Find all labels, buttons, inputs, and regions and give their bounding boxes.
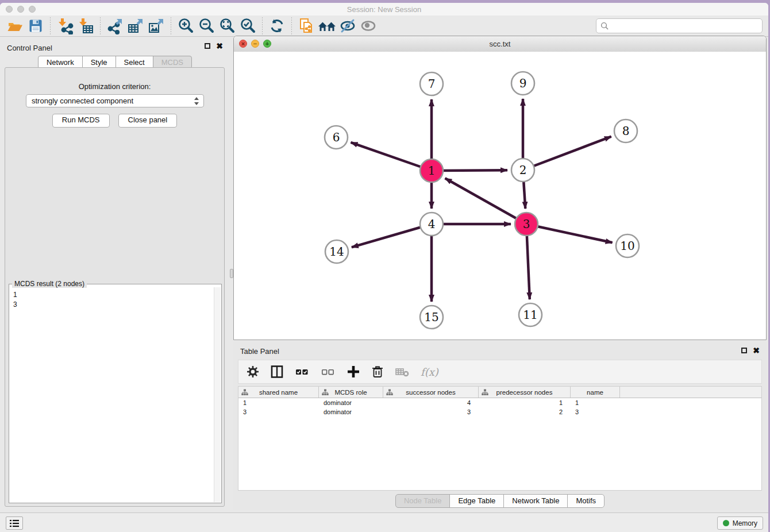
cell-predecessor-nodes[interactable]: 1 xyxy=(479,399,571,406)
toolbar-separator xyxy=(171,17,171,34)
column-header-label: predecessor nodes xyxy=(496,389,553,396)
save-session-button[interactable] xyxy=(25,17,46,34)
result-line: 3 xyxy=(13,300,218,310)
deselect-all-rows-icon[interactable] xyxy=(321,366,336,377)
column-header-label: name xyxy=(587,389,603,396)
status-bar: Memory xyxy=(0,512,768,532)
cell-successor-nodes[interactable]: 3 xyxy=(383,408,479,415)
hierarchy-icon xyxy=(386,389,393,396)
float-panel-icon[interactable] xyxy=(205,43,210,49)
toggle-graphics-details-button[interactable] xyxy=(337,17,358,34)
import-table-button[interactable] xyxy=(75,17,96,34)
column-view-icon[interactable] xyxy=(270,365,284,379)
cell-name[interactable]: 3 xyxy=(571,408,620,415)
clone-network-button[interactable] xyxy=(296,17,317,34)
select-all-rows-icon[interactable] xyxy=(295,366,310,377)
result-scrollbar[interactable] xyxy=(214,287,221,502)
task-history-button[interactable] xyxy=(6,516,23,530)
node-label-10: 10 xyxy=(620,239,634,253)
zoom-out-icon xyxy=(198,17,215,34)
import-table-icon xyxy=(77,17,94,34)
run-mcds-button[interactable]: Run MCDS xyxy=(52,114,110,128)
zoom-fit-button[interactable] xyxy=(217,17,237,34)
column-header-MCDS-role[interactable]: MCDS role xyxy=(319,387,383,398)
tab-node-table[interactable]: Node Table xyxy=(395,494,451,508)
edge-3-1[interactable] xyxy=(445,178,526,224)
table-row[interactable]: 3dominator323 xyxy=(238,407,761,417)
edge-1-6[interactable] xyxy=(351,142,432,171)
float-table-panel-icon[interactable] xyxy=(741,348,747,353)
delete-table-icon[interactable] xyxy=(395,365,410,378)
network-graph[interactable]: 7968124314101511 xyxy=(234,52,766,340)
add-column-icon[interactable] xyxy=(346,365,360,379)
open-session-button[interactable] xyxy=(5,17,25,34)
settings-gear-icon[interactable] xyxy=(247,365,259,378)
function-builder-icon[interactable]: f(x) xyxy=(421,366,438,378)
control-panel-title: Control Panel xyxy=(7,44,52,52)
toggle-graphics-details-icon xyxy=(339,17,356,34)
search-input[interactable] xyxy=(612,21,762,31)
mcds-panel: Optimization criterion: strongly connect… xyxy=(5,67,225,507)
control-panel: Control Panel ✖ Network Style Select MCD… xyxy=(0,37,230,512)
delete-column-icon[interactable] xyxy=(371,365,384,379)
column-header-label: shared name xyxy=(259,389,298,396)
toolbar-separator xyxy=(291,17,292,34)
zoom-fit-icon xyxy=(218,17,236,34)
titlebar: Session: New Session xyxy=(0,3,768,16)
close-panel-icon[interactable]: ✖ xyxy=(216,43,223,49)
tab-motifs[interactable]: Motifs xyxy=(567,494,605,508)
zoom-in-button[interactable] xyxy=(175,17,196,34)
column-header-label: MCDS role xyxy=(334,389,367,396)
tab-network-table[interactable]: Network Table xyxy=(503,494,568,508)
memory-status-icon xyxy=(723,520,729,526)
import-network-button[interactable] xyxy=(55,17,75,34)
zoom-selected-icon xyxy=(239,17,256,34)
list-icon xyxy=(9,519,20,527)
zoom-selected-button[interactable] xyxy=(237,17,258,34)
node-label-1: 1 xyxy=(428,164,436,178)
edge-3-10[interactable] xyxy=(526,224,613,242)
cell-MCDS-role[interactable]: dominator xyxy=(319,399,383,406)
close-table-panel-icon[interactable]: ✖ xyxy=(753,347,760,354)
tab-edge-table[interactable]: Edge Table xyxy=(449,494,504,508)
cell-shared-name[interactable]: 1 xyxy=(238,399,319,406)
export-table-icon xyxy=(127,17,144,34)
memory-button[interactable]: Memory xyxy=(717,516,763,530)
cell-name[interactable]: 1 xyxy=(571,399,620,406)
node-label-14: 14 xyxy=(329,245,344,259)
edge-2-8[interactable] xyxy=(523,137,611,170)
table-panel-tabs: Node Table Edge Table Network Table Moti… xyxy=(233,494,767,508)
export-table-button[interactable] xyxy=(125,17,146,34)
cell-predecessor-nodes[interactable]: 2 xyxy=(479,408,571,415)
network-canvas[interactable]: 7968124314101511 xyxy=(234,52,766,340)
cell-MCDS-role[interactable]: dominator xyxy=(319,408,383,415)
toolbar-separator xyxy=(50,17,51,34)
refresh-button[interactable] xyxy=(267,17,287,34)
optimization-criterion-select[interactable]: strongly connected component xyxy=(26,94,204,107)
hierarchy-icon xyxy=(482,389,488,396)
column-header-name[interactable]: name xyxy=(571,387,620,398)
node-label-9: 9 xyxy=(519,76,527,90)
optimization-criterion-label: Optimization criterion: xyxy=(5,82,224,91)
export-network-icon xyxy=(106,17,124,34)
node-table[interactable]: shared nameMCDS rolesuccessor nodesprede… xyxy=(238,386,762,491)
close-panel-button[interactable]: Close panel xyxy=(118,114,178,128)
export-image-button[interactable] xyxy=(146,17,167,34)
zoom-in-icon xyxy=(177,17,194,34)
memory-label: Memory xyxy=(733,519,757,527)
table-panel: Table Panel ✖ xyxy=(233,342,767,510)
cell-shared-name[interactable]: 3 xyxy=(238,408,319,415)
mcds-result-text[interactable]: 1 3 xyxy=(9,287,221,503)
column-header-successor-nodes[interactable]: successor nodes xyxy=(383,387,479,398)
birds-eye-view-button[interactable] xyxy=(358,17,379,34)
result-line: 1 xyxy=(13,290,218,300)
table-row[interactable]: 1dominator411 xyxy=(238,398,761,407)
column-header-shared-name[interactable]: shared name xyxy=(238,387,319,398)
zoom-out-button[interactable] xyxy=(196,17,217,34)
cell-successor-nodes[interactable]: 4 xyxy=(383,399,479,406)
export-network-button[interactable] xyxy=(105,17,125,34)
first-neighbors-button[interactable] xyxy=(317,17,337,34)
edge-4-14[interactable] xyxy=(352,224,432,247)
hierarchy-icon xyxy=(241,389,248,396)
column-header-predecessor-nodes[interactable]: predecessor nodes xyxy=(479,387,571,398)
